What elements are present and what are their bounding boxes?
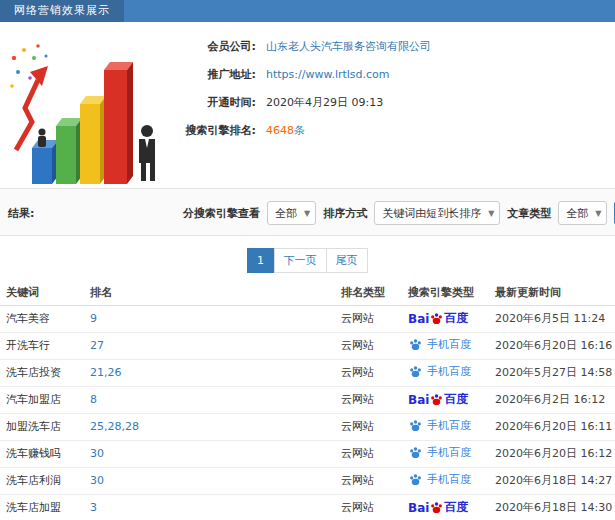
account-info-section: 会员公司: 山东老人头汽车服务咨询有限公司 推广地址: https://www.… — [0, 22, 615, 188]
rank-type-text: 云网站 — [341, 501, 374, 514]
updated-text: 2020年6月18日 14:27 — [495, 474, 612, 487]
keyword-cell: 洗车店投资 — [0, 359, 84, 386]
keyword-text: 加盟洗车店 — [6, 420, 61, 433]
engine-cell: Bai 百度 — [402, 305, 489, 332]
baidu-text-bai: Bai — [408, 501, 429, 515]
article-type-value: 全部 — [566, 206, 588, 221]
pagination: 1 下一页 尾页 — [0, 248, 615, 273]
mobile-baidu-paw-icon — [409, 365, 422, 378]
keyword-cell: 洗车店利润 — [0, 467, 84, 494]
rank-type-cell: 云网站 — [335, 332, 402, 359]
article-type-label: 文章类型 — [507, 206, 551, 221]
app-header: 网络营销效果展示 — [0, 0, 615, 22]
article-type-select[interactable]: 全部 ▼ — [558, 201, 607, 225]
company-label: 会员公司: — [168, 39, 256, 54]
rank-link[interactable]: 25,28,28 — [90, 420, 139, 433]
page-current[interactable]: 1 — [247, 248, 275, 273]
updated-text: 2020年6月20日 16:12 — [495, 447, 612, 460]
rank-link[interactable]: 30 — [90, 447, 104, 460]
engine-cell: 手机百度 — [402, 332, 489, 359]
company-link[interactable]: 山东老人头汽车服务咨询有限公司 — [266, 39, 431, 54]
mobile-baidu: 手机百度 — [408, 418, 471, 433]
engine-cell: Bai 百度 — [402, 494, 489, 520]
col-engine-type: 搜索引擎类型 — [402, 280, 489, 305]
mobile-baidu-paw-icon — [409, 338, 422, 351]
rank-cell: 30 — [84, 467, 335, 494]
rank-type-text: 云网站 — [341, 393, 374, 406]
mobile-baidu-paw-icon — [409, 419, 422, 432]
baidu-paw-icon — [430, 393, 443, 406]
rank-type-cell: 云网站 — [335, 494, 402, 520]
promo-url-label: 推广地址: — [168, 67, 256, 82]
engine-rank-label: 搜索引擎排名: — [168, 123, 256, 138]
updated-text: 2020年6月2日 16:12 — [495, 393, 605, 406]
engine-rank-row: 搜索引擎排名: 4648 条 — [168, 116, 608, 144]
sort-filter-select[interactable]: 关键词由短到长排序 ▼ — [374, 201, 500, 225]
rank-type-cell: 云网站 — [335, 359, 402, 386]
updated-cell: 2020年6月20日 16:11 — [489, 413, 615, 440]
rank-cell: 8 — [84, 386, 335, 413]
table-row: 洗车店加盟 3 云网站 Bai 百度 2020年6月18日 14:30 — [0, 494, 615, 520]
rank-link[interactable]: 21,26 — [90, 366, 122, 379]
engine-cell: 手机百度 — [402, 359, 489, 386]
company-row: 会员公司: 山东老人头汽车服务咨询有限公司 — [168, 32, 608, 60]
engine-rank-count: 4648 — [266, 124, 294, 137]
rank-type-text: 云网站 — [341, 474, 374, 487]
marketing-report-page: 网络营销效果展示 — [0, 0, 615, 520]
col-updated: 最新更新时间 — [489, 280, 615, 305]
keyword-text: 开洗车行 — [6, 339, 50, 352]
keyword-cell: 汽车美容 — [0, 305, 84, 332]
mobile-baidu-label: 手机百度 — [427, 418, 471, 433]
updated-text: 2020年5月27日 14:58 — [495, 366, 612, 379]
rank-type-cell: 云网站 — [335, 440, 402, 467]
rank-link[interactable]: 3 — [90, 501, 97, 514]
mobile-baidu-paw-icon — [409, 446, 422, 459]
keyword-text: 汽车美容 — [6, 312, 50, 325]
keyword-cell: 开洗车行 — [0, 332, 84, 359]
baidu-logo: Bai 百度 — [408, 391, 468, 408]
rank-link[interactable]: 30 — [90, 474, 104, 487]
rank-type-cell: 云网站 — [335, 413, 402, 440]
rank-link[interactable]: 27 — [90, 339, 104, 352]
table-row: 洗车店利润 30 云网站 手机百度 2020年6月18日 14:27 — [0, 467, 615, 494]
keyword-cell: 洗车赚钱吗 — [0, 440, 84, 467]
baidu-paw-icon — [430, 501, 443, 514]
page-next[interactable]: 下一页 — [274, 248, 327, 273]
rank-type-cell: 云网站 — [335, 467, 402, 494]
rank-cell: 3 — [84, 494, 335, 520]
rank-link[interactable]: 9 — [90, 312, 97, 325]
keyword-cell: 汽车加盟店 — [0, 386, 84, 413]
table-row: 洗车店投资 21,26 云网站 手机百度 2020年5月27日 14:58 — [0, 359, 615, 386]
baidu-text-du: 百度 — [444, 310, 468, 327]
engine-filter-value: 全部 — [275, 206, 297, 221]
engine-cell: 手机百度 — [402, 467, 489, 494]
page-last[interactable]: 尾页 — [326, 248, 368, 273]
baidu-text-bai: Bai — [408, 393, 429, 407]
mobile-baidu: 手机百度 — [408, 337, 471, 352]
engine-filter-select[interactable]: 全部 ▼ — [267, 201, 316, 225]
page-title: 网络营销效果展示 — [0, 0, 124, 22]
engine-rank-unit: 条 — [294, 123, 305, 138]
rank-type-text: 云网站 — [341, 447, 374, 460]
baidu-logo: Bai 百度 — [408, 499, 468, 516]
mobile-baidu-paw-icon — [409, 473, 422, 486]
promo-url-link[interactable]: https://www.lrtlsd.com — [266, 68, 390, 81]
engine-cell: 手机百度 — [402, 413, 489, 440]
updated-text: 2020年6月5日 11:24 — [495, 312, 605, 325]
filter-controls: 分搜索引擎查看 全部 ▼ 排序方式 关键词由短到长排序 ▼ 文章类型 全部 ▼ … — [183, 201, 615, 225]
table-row: 汽车美容 9 云网站 Bai 百度 2020年6月5日 11:24 — [0, 305, 615, 332]
mobile-baidu: 手机百度 — [408, 472, 471, 487]
updated-text: 2020年6月20日 16:16 — [495, 339, 612, 352]
rank-type-text: 云网站 — [341, 420, 374, 433]
result-label: 结果: — [8, 206, 34, 221]
rank-type-text: 云网站 — [341, 312, 374, 325]
rank-link[interactable]: 8 — [90, 393, 97, 406]
rank-type-text: 云网站 — [341, 366, 374, 379]
keyword-text: 洗车店加盟 — [6, 501, 61, 514]
baidu-logo: Bai 百度 — [408, 310, 468, 327]
col-keyword: 关键词 — [0, 280, 84, 305]
open-time-row: 开通时间: 2020年4月29日 09:13 — [168, 88, 608, 116]
sort-filter-label: 排序方式 — [323, 206, 367, 221]
mobile-baidu-label: 手机百度 — [427, 364, 471, 379]
rank-type-cell: 云网站 — [335, 305, 402, 332]
